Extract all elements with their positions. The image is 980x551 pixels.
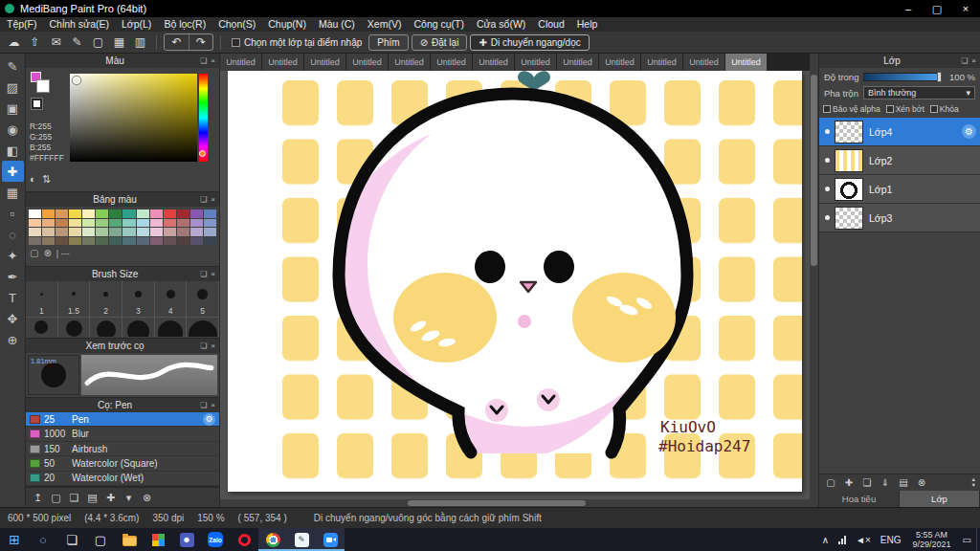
dock-icon[interactable]: ❏ bbox=[200, 270, 207, 278]
menu-item[interactable]: Bộ lọc(R) bbox=[164, 17, 206, 32]
hue-slider[interactable] bbox=[199, 74, 208, 162]
medibang-app-icon[interactable]: ✎ bbox=[287, 528, 316, 551]
document-tab[interactable]: Untitled bbox=[515, 54, 557, 71]
document-tab[interactable]: Untitled bbox=[304, 54, 346, 71]
palette-swatch[interactable] bbox=[69, 209, 81, 218]
palette-swatch[interactable] bbox=[109, 228, 122, 236]
brush-list-item[interactable]: 1000 Blur ⚙ bbox=[26, 427, 219, 441]
maximize-button[interactable]: ▢ bbox=[923, 0, 951, 17]
panel-footer-icon[interactable]: ↥ bbox=[30, 490, 46, 506]
palette-swatch[interactable] bbox=[29, 237, 41, 246]
close-icon[interactable]: × bbox=[211, 56, 215, 65]
layer-row[interactable]: Lớp3 ⚙ bbox=[819, 204, 980, 232]
palette-swatch[interactable] bbox=[150, 209, 163, 218]
comment-icon[interactable]: ✉ bbox=[47, 33, 65, 52]
palette-swatch[interactable] bbox=[137, 237, 149, 246]
teams-app-icon[interactable]: ☻ bbox=[172, 528, 201, 551]
monitor-app-icon[interactable]: ▢ bbox=[86, 528, 115, 551]
palette-swatch[interactable] bbox=[56, 228, 68, 236]
palette-swatch[interactable] bbox=[164, 228, 176, 236]
tool-button[interactable]: ⊕ bbox=[2, 329, 24, 350]
canvas[interactable]: KiuOvO #Hoidap247 bbox=[228, 71, 802, 492]
saturation-value-picker[interactable] bbox=[70, 74, 197, 162]
layer-visibility-dot[interactable] bbox=[819, 187, 835, 191]
palette-swatch[interactable] bbox=[109, 219, 122, 228]
palette-swatch[interactable] bbox=[56, 209, 68, 218]
opacity-slider-thumb[interactable] bbox=[937, 72, 942, 82]
opacity-slider[interactable] bbox=[863, 73, 942, 81]
palette-swatch[interactable] bbox=[177, 209, 189, 218]
start-button[interactable]: ⊞ bbox=[0, 528, 29, 551]
foreground-color-chip[interactable] bbox=[36, 79, 50, 93]
brush-size-option[interactable]: 1.5 bbox=[58, 281, 91, 317]
vertical-scrollbar-thumb[interactable] bbox=[811, 75, 817, 266]
palette-swatch[interactable] bbox=[96, 219, 108, 228]
zoom-app-icon[interactable] bbox=[316, 528, 345, 551]
palette-swatch[interactable] bbox=[56, 219, 68, 228]
panel-footer-icon[interactable]: ▢ bbox=[48, 490, 64, 506]
palette-swatch[interactable] bbox=[190, 209, 203, 218]
palette-swatch[interactable] bbox=[204, 228, 216, 236]
tool-button[interactable]: ◧ bbox=[2, 140, 24, 161]
add-swatch-icon[interactable]: ▢ bbox=[30, 248, 38, 258]
tab-navigator[interactable]: Hoa tiêu bbox=[819, 491, 900, 507]
palette-swatch[interactable] bbox=[96, 237, 108, 246]
palette-swatch[interactable] bbox=[69, 219, 81, 228]
palette-swatch[interactable] bbox=[137, 228, 149, 236]
brush-list-item[interactable]: 50 Watercolor (Square) ⚙ bbox=[26, 456, 219, 471]
document-tab[interactable]: Untitled bbox=[262, 54, 304, 71]
palette-swatch[interactable] bbox=[42, 219, 55, 228]
select-layer-checkbox[interactable] bbox=[232, 38, 240, 47]
layer-row[interactable]: Lớp1 ⚙ bbox=[819, 175, 980, 204]
alpha-protect-checkbox[interactable] bbox=[823, 105, 831, 113]
reset-button[interactable]: ⊘ Đặt lại bbox=[412, 34, 468, 51]
palette-swatch[interactable] bbox=[204, 209, 216, 218]
document-tab[interactable]: Untitled bbox=[473, 54, 515, 71]
task-view-icon[interactable]: ❏ bbox=[57, 528, 86, 551]
lock-checkbox-group[interactable]: Khóa bbox=[930, 104, 959, 114]
menu-item[interactable]: Chụp(N) bbox=[268, 17, 306, 32]
menu-item[interactable]: Help bbox=[577, 17, 598, 32]
tool-button[interactable]: ✒ bbox=[2, 266, 24, 287]
brush-size-option[interactable]: 1 bbox=[26, 281, 58, 317]
upload-icon[interactable]: ⇧ bbox=[26, 33, 44, 52]
tool-button[interactable]: ◉ bbox=[2, 119, 24, 140]
close-icon[interactable]: × bbox=[971, 56, 976, 65]
palette-swatch[interactable] bbox=[42, 209, 55, 218]
language-indicator[interactable]: ENG bbox=[876, 528, 906, 551]
delete-swatch-icon[interactable]: ⊗ bbox=[43, 248, 51, 258]
lock-checkbox[interactable] bbox=[930, 105, 938, 113]
layer-reorder-arrows[interactable]: ▲ ▼ bbox=[971, 477, 976, 488]
palette-swatch[interactable] bbox=[150, 237, 163, 246]
clipping-checkbox[interactable] bbox=[886, 105, 894, 113]
palette-swatch[interactable] bbox=[42, 228, 55, 236]
palette-swatch[interactable] bbox=[109, 237, 122, 246]
palette-swatch[interactable] bbox=[150, 219, 163, 228]
brush-size-option[interactable] bbox=[26, 318, 58, 337]
palette-swatch[interactable] bbox=[29, 209, 41, 218]
close-icon[interactable]: × bbox=[211, 195, 215, 204]
palette-swatch[interactable] bbox=[190, 219, 203, 228]
dock-icon[interactable]: ❏ bbox=[200, 195, 207, 204]
palette-swatch[interactable] bbox=[204, 237, 216, 246]
opera-app-icon[interactable] bbox=[230, 528, 258, 551]
document-tab[interactable]: Untitled bbox=[683, 54, 725, 71]
brush-size-option[interactable]: 2 bbox=[90, 281, 122, 317]
cloud-icon[interactable]: ☁ bbox=[5, 33, 23, 52]
panel-footer-icon[interactable]: ▾ bbox=[121, 490, 137, 506]
clipping-checkbox-group[interactable]: Xén bớt bbox=[886, 104, 924, 114]
menu-item[interactable]: Cloud bbox=[538, 17, 564, 32]
palette-swatch[interactable] bbox=[82, 219, 95, 228]
dock-icon[interactable]: ❏ bbox=[200, 342, 207, 350]
tool-button[interactable]: ◌ bbox=[2, 224, 24, 245]
delete-layer-icon[interactable]: ⊗ bbox=[914, 475, 929, 491]
brush-list-item[interactable]: 25 Pen ⚙ bbox=[26, 412, 219, 427]
tool-button[interactable]: ✎ bbox=[2, 55, 24, 77]
tab-layers[interactable]: Lớp bbox=[900, 491, 980, 507]
close-icon[interactable]: × bbox=[211, 270, 215, 278]
palette-swatch[interactable] bbox=[122, 209, 135, 218]
document-tab[interactable]: Untitled bbox=[431, 54, 473, 71]
tool-button[interactable]: ▫ bbox=[2, 203, 24, 224]
grid-icon[interactable]: ▦ bbox=[110, 33, 128, 52]
palette-swatch[interactable] bbox=[69, 228, 81, 236]
